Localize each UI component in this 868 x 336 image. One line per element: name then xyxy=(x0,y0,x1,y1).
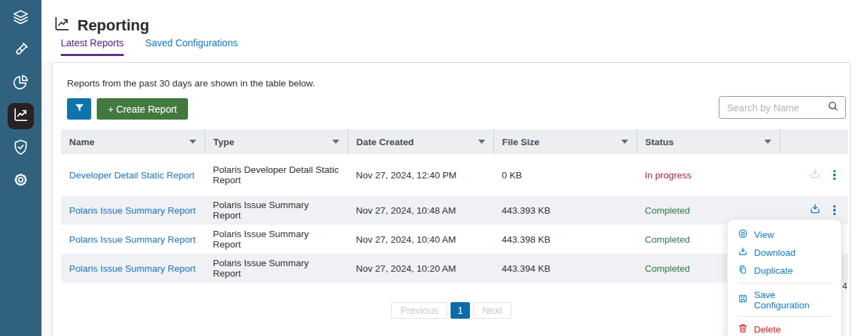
report-size: 0 KB xyxy=(493,154,636,196)
page-title: Reporting xyxy=(77,17,149,35)
column-header-actions xyxy=(780,129,848,154)
trash-icon xyxy=(737,323,748,336)
reporting-chart-icon xyxy=(53,15,71,36)
column-header-name[interactable]: Name xyxy=(61,129,205,154)
report-date: Nov 27, 2024, 12:40 PM xyxy=(348,154,493,196)
report-name-link[interactable]: Polaris Issue Summary Report xyxy=(69,263,196,274)
column-header-type[interactable]: Type xyxy=(205,129,348,154)
funnel-icon xyxy=(74,102,85,115)
copy-icon xyxy=(737,264,748,277)
row-context-menu: View Download Duplicate Save Configurati… xyxy=(727,219,842,336)
tab-saved-configurations[interactable]: Saved Configurations xyxy=(145,37,238,56)
test-tube-icon xyxy=(12,41,30,62)
shield-check-icon xyxy=(12,138,30,159)
row-actions-kebab-icon[interactable] xyxy=(831,204,838,216)
row-actions-kebab-icon[interactable] xyxy=(831,169,838,181)
report-date: Nov 27, 2024, 10:20 AM xyxy=(348,254,493,283)
report-date: Nov 27, 2024, 10:40 AM xyxy=(348,225,493,254)
create-report-button[interactable]: + Create Report xyxy=(97,98,188,120)
app-root: Reporting Latest Reports Saved Configura… xyxy=(0,0,868,336)
sidebar-item-layers[interactable] xyxy=(8,6,34,32)
menu-item-save-configuration[interactable]: Save Configuration xyxy=(737,287,831,312)
sort-caret-icon[interactable] xyxy=(621,140,628,144)
menu-item-duplicate[interactable]: Duplicate xyxy=(737,261,831,279)
report-type: Polaris Issue Summary Report xyxy=(205,254,348,283)
report-name-link[interactable]: Polaris Issue Summary Report xyxy=(69,205,196,216)
sidebar xyxy=(0,0,41,336)
search-box xyxy=(719,96,846,119)
sort-caret-icon[interactable] xyxy=(478,140,485,144)
report-type: Polaris Issue Summary Report xyxy=(205,196,348,225)
menu-item-download[interactable]: Download xyxy=(737,243,831,261)
tab-latest-reports[interactable]: Latest Reports xyxy=(61,37,124,56)
sidebar-item-tests[interactable] xyxy=(8,38,34,64)
column-header-date-created[interactable]: Date Created xyxy=(348,129,493,154)
table-header-row: Name Type Date Created File Size Status xyxy=(61,129,848,154)
filter-button[interactable] xyxy=(67,98,91,120)
search-icon[interactable] xyxy=(827,100,839,115)
report-name-link[interactable]: Polaris Issue Summary Report xyxy=(69,234,196,245)
card-gutter xyxy=(41,62,52,336)
menu-divider xyxy=(737,283,831,283)
menu-item-view[interactable]: View xyxy=(737,225,831,243)
line-chart-icon xyxy=(12,106,30,127)
sort-caret-icon[interactable] xyxy=(764,140,771,144)
download-icon[interactable] xyxy=(809,167,822,183)
status-badge: Completed xyxy=(645,234,690,245)
report-type: Polaris Developer Detail Static Report xyxy=(205,154,348,196)
sort-caret-icon[interactable] xyxy=(189,140,196,144)
pagination-page-1-button[interactable]: 1 xyxy=(451,302,470,319)
sidebar-item-settings[interactable] xyxy=(8,168,34,194)
status-badge: In progress xyxy=(645,170,692,180)
sidebar-item-pie-reports[interactable] xyxy=(8,71,34,97)
table-row: Developer Detail Static Report Polaris D… xyxy=(61,154,848,196)
report-date: Nov 27, 2024, 10:48 AM xyxy=(348,196,493,225)
status-badge: Completed xyxy=(645,263,690,274)
column-header-file-size[interactable]: File Size xyxy=(493,129,636,154)
download-icon[interactable] xyxy=(809,203,822,218)
report-size: 443.394 KB xyxy=(493,254,636,283)
search-input[interactable] xyxy=(726,102,827,114)
pie-chart-icon xyxy=(12,73,30,94)
save-icon xyxy=(737,293,748,306)
download-icon xyxy=(737,246,748,259)
pagination-next-button[interactable]: Next xyxy=(473,302,511,319)
status-badge: Completed xyxy=(645,205,690,216)
layers-icon xyxy=(12,8,30,29)
sidebar-item-security[interactable] xyxy=(8,136,34,162)
report-size: 443.393 KB xyxy=(493,196,636,225)
sort-caret-icon[interactable] xyxy=(332,140,339,144)
sidebar-item-reporting[interactable] xyxy=(8,103,34,129)
report-name-link[interactable]: Developer Detail Static Report xyxy=(69,170,195,180)
report-size: 443.398 KB xyxy=(493,225,636,254)
tab-bar: Latest Reports Saved Configurations xyxy=(61,37,238,56)
column-header-status[interactable]: Status xyxy=(636,129,780,154)
report-type: Polaris Issue Summary Report xyxy=(205,225,348,254)
intro-text: Reports from the past 30 days are shown … xyxy=(67,78,850,88)
pagination-previous-button[interactable]: Previous xyxy=(391,302,446,319)
eye-icon xyxy=(737,228,748,241)
gear-icon xyxy=(12,171,30,192)
menu-item-delete[interactable]: Delete xyxy=(737,320,831,336)
menu-divider xyxy=(737,316,831,317)
